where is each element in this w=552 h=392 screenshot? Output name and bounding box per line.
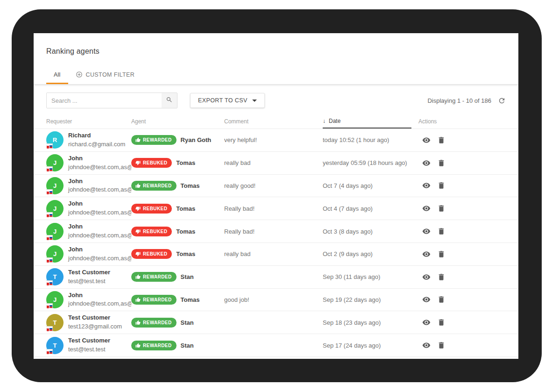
eye-icon[interactable] — [422, 295, 431, 304]
column-header-requester[interactable]: Requester — [46, 114, 131, 128]
requester-email: johndoe@test.com,as@tl — [68, 163, 131, 172]
comment-cell: good job! — [224, 296, 323, 303]
eye-icon[interactable] — [422, 204, 431, 213]
requester-cell: J John johndoe@test.com,as@tl — [46, 222, 131, 240]
thumb-down-icon — [135, 206, 141, 211]
search-input[interactable] — [47, 93, 162, 108]
table-row: J John johndoe@test.com,as@tl REBUKED To… — [34, 197, 518, 220]
agent-cell: REWARDED Ryan Goth — [131, 135, 224, 145]
requester-name: John — [68, 245, 131, 254]
requester-name: John — [68, 200, 131, 208]
eye-icon[interactable] — [422, 159, 431, 167]
status-badge: REBUKED — [131, 204, 172, 214]
agent-name: Stan — [181, 342, 194, 349]
column-header-actions: Actions — [418, 114, 506, 128]
refresh-icon[interactable] — [498, 97, 506, 105]
trash-icon[interactable] — [437, 295, 446, 304]
slovakia-flag-icon — [46, 326, 53, 331]
table-row: J John johndoe@test.com,as@tl REBUKED To… — [34, 220, 518, 243]
table-row: T Test Customer test123@gmail.com REWARD… — [34, 311, 518, 334]
actions-cell — [418, 273, 506, 281]
requester-cell: J John johndoe@test.com,as@tl — [46, 245, 131, 263]
eye-icon[interactable] — [422, 136, 431, 144]
status-badge: REWARDED — [131, 341, 177, 350]
trash-icon[interactable] — [437, 227, 446, 235]
actions-cell — [418, 181, 506, 190]
actions-cell — [418, 227, 506, 235]
trash-icon[interactable] — [437, 318, 446, 327]
eye-icon[interactable] — [422, 227, 431, 235]
search-button[interactable] — [162, 93, 177, 108]
agent-name: Tomas — [176, 250, 195, 257]
slovakia-flag-icon — [46, 143, 53, 149]
column-header-date[interactable]: ↓ Date — [323, 114, 411, 128]
trash-icon[interactable] — [437, 250, 446, 258]
trash-icon[interactable] — [437, 181, 446, 190]
trash-icon[interactable] — [437, 273, 446, 281]
tab-bar: All CUSTOM FILTER — [46, 66, 506, 84]
tab-custom-filter[interactable]: CUSTOM FILTER — [68, 66, 142, 84]
comment-cell: Really bad! — [224, 205, 323, 212]
requester-cell: T Test Customer test@test.test — [46, 336, 131, 354]
search-box — [46, 93, 177, 108]
avatar-wrap: R — [46, 131, 64, 149]
displaying-count: Displaying 1 - 10 of 186 — [427, 97, 491, 104]
eye-icon[interactable] — [422, 250, 431, 258]
eye-icon[interactable] — [422, 341, 431, 349]
requester-name: Test Customer — [68, 268, 110, 277]
requester-cell: T Test Customer test@test.test — [46, 268, 131, 286]
status-badge-label: REWARDED — [143, 137, 172, 143]
trash-icon[interactable] — [437, 159, 446, 167]
requester-identity: John johndoe@test.com,as@tl — [68, 200, 131, 217]
panel-header: Ranking agents All CUSTOM FILTER — [34, 33, 518, 84]
table-header: Requester Agent Comment ↓ Date Actions — [34, 114, 518, 129]
date-cell: Oct 7 (4 days ago) — [323, 182, 418, 189]
requester-email: test123@gmail.com — [68, 322, 122, 331]
status-badge: REWARDED — [131, 295, 177, 305]
requester-identity: John johndoe@test.com,as@tl — [68, 245, 131, 263]
avatar-wrap: J — [46, 177, 64, 194]
requester-email: test@test.test — [68, 345, 110, 354]
add-circle-icon — [76, 71, 83, 78]
column-header-agent[interactable]: Agent — [131, 114, 224, 128]
status-badge: REBUKED — [131, 249, 172, 259]
agent-cell: REBUKED Tomas — [131, 204, 224, 214]
eye-icon[interactable] — [422, 318, 431, 327]
table-row: J John johndoe@test.com,as@tl REWARDED T… — [34, 289, 518, 312]
date-cell: Oct 3 (8 days ago) — [323, 228, 418, 235]
search-icon — [166, 96, 173, 105]
table-row: R Richard richard.c@gmail.com REWARDED R… — [34, 129, 518, 152]
thumb-up-icon — [135, 297, 141, 302]
tab-all[interactable]: All — [46, 66, 68, 84]
export-csv-button[interactable]: EXPORT TO CSV — [190, 93, 265, 108]
tab-custom-filter-label: CUSTOM FILTER — [86, 71, 135, 78]
requester-name: Test Customer — [68, 314, 122, 322]
eye-icon[interactable] — [422, 273, 431, 281]
thumb-down-icon — [135, 251, 141, 257]
status-badge: REWARDED — [131, 181, 177, 191]
requester-email: johndoe@test.com,as@tl — [68, 185, 131, 194]
actions-cell — [418, 295, 506, 304]
requester-email: johndoe@test.com,as@tl — [68, 299, 131, 308]
tab-all-label: All — [54, 71, 61, 78]
trash-icon[interactable] — [437, 341, 446, 349]
agent-cell: REBUKED Tomas — [131, 249, 224, 259]
trash-icon[interactable] — [437, 204, 446, 213]
requester-cell: R Richard richard.c@gmail.com — [46, 131, 131, 149]
column-header-comment[interactable]: Comment — [224, 114, 323, 128]
requester-email: johndoe@test.com,as@tl — [68, 208, 131, 217]
thumb-up-icon — [135, 137, 141, 143]
requester-name: John — [68, 291, 131, 300]
agent-cell: REWARDED Tomas — [131, 181, 224, 191]
requester-identity: John johndoe@test.com,as@tl — [68, 177, 131, 195]
requester-identity: Test Customer test@test.test — [68, 336, 110, 354]
trash-icon[interactable] — [437, 136, 446, 144]
requester-email: johndoe@test.com,as@tl — [68, 254, 131, 263]
agent-cell: REWARDED Stan — [131, 272, 224, 282]
table-row: J John johndoe@test.com,as@tl REBUKED To… — [34, 243, 518, 266]
requester-identity: Test Customer test@test.test — [68, 268, 110, 286]
actions-cell — [418, 341, 506, 349]
date-cell: Oct 4 (7 days ago) — [323, 205, 418, 212]
agent-name: Stan — [181, 273, 194, 280]
eye-icon[interactable] — [422, 181, 431, 190]
